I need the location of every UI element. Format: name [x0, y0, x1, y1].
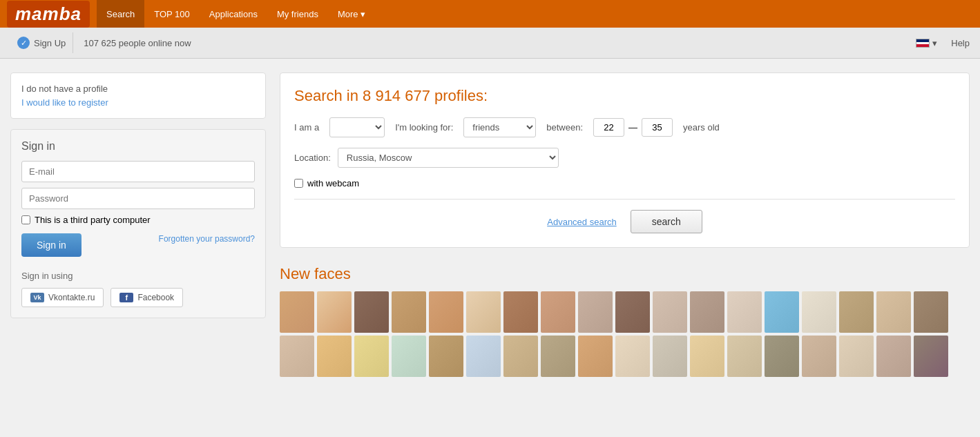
age-from-input[interactable] [593, 118, 624, 137]
face-thumb[interactable] [429, 291, 463, 333]
password-field[interactable] [21, 188, 255, 209]
nav-search[interactable]: Search [97, 0, 144, 28]
face-thumb[interactable] [876, 336, 911, 377]
webcam-checkbox[interactable] [294, 179, 303, 188]
flag-icon [916, 39, 930, 48]
face-thumb[interactable] [541, 291, 575, 333]
checkmark-icon: ✓ [17, 37, 30, 49]
sign-in-button[interactable]: Sign in [21, 233, 81, 257]
register-link[interactable]: I would like to register [21, 97, 108, 108]
sign-in-using-label: Sign in using [21, 271, 255, 281]
face-thumb[interactable] [392, 291, 426, 333]
no-profile-text: I do not have a profile [21, 84, 255, 94]
face-thumb[interactable] [727, 291, 762, 333]
face-thumb[interactable] [354, 336, 389, 377]
search-form-row1: I am a man woman I'm looking for: friend… [294, 117, 955, 137]
face-thumb[interactable] [280, 291, 314, 333]
sign-up-label: Sign Up [34, 38, 66, 48]
logo-area[interactable]: mamba [7, 1, 90, 28]
face-thumb[interactable] [802, 291, 836, 333]
dropdown-arrow-icon: ▾ [932, 38, 937, 48]
top-navigation: mamba Search TOP 100 Applications My fri… [0, 0, 980, 28]
face-thumb[interactable] [765, 336, 799, 377]
age-inputs: — [593, 118, 673, 137]
sign-in-title: Sign in [21, 140, 255, 153]
third-party-row: This is a third party computer [21, 215, 255, 225]
face-thumb[interactable] [578, 336, 613, 377]
sidebar: I do not have a profile I would like to … [10, 72, 266, 377]
face-thumb[interactable] [317, 291, 352, 333]
main-content: I do not have a profile I would like to … [0, 59, 980, 391]
nav-applications[interactable]: Applications [200, 0, 267, 28]
main-area: Search in 8 914 677 profiles: I am a man… [280, 72, 970, 377]
face-thumb[interactable] [765, 291, 799, 333]
face-thumb[interactable] [876, 291, 911, 333]
search-actions: Advanced search search [294, 210, 955, 233]
face-thumb[interactable] [317, 336, 352, 377]
location-label: Location: [294, 153, 331, 163]
sign-in-actions: Sign in Forgotten your password? [21, 233, 255, 257]
face-thumb[interactable] [615, 291, 650, 333]
faces-row-2 [280, 336, 970, 377]
help-link[interactable]: Help [951, 38, 970, 48]
social-buttons: Vk Vkontakte.ru f Facebook [21, 288, 255, 307]
face-thumb[interactable] [914, 336, 948, 377]
i-am-a-label: I am a [294, 122, 319, 133]
face-thumb[interactable] [727, 336, 762, 377]
vkontakte-button[interactable]: Vk Vkontakte.ru [21, 288, 104, 307]
face-thumb[interactable] [578, 291, 613, 333]
search-button[interactable]: search [631, 210, 702, 233]
search-divider [294, 199, 955, 200]
third-party-checkbox[interactable] [21, 215, 30, 224]
language-selector[interactable]: ▾ [916, 38, 937, 48]
face-thumb[interactable] [802, 336, 836, 377]
vkontakte-icon: Vk [30, 293, 44, 302]
age-separator: — [628, 122, 637, 133]
age-to-input[interactable] [642, 118, 673, 137]
years-old-label: years old [683, 122, 720, 133]
face-thumb[interactable] [466, 336, 501, 377]
faces-grid [280, 291, 970, 377]
looking-for-label: I'm looking for: [395, 122, 453, 133]
email-field[interactable] [21, 161, 255, 182]
face-thumb[interactable] [392, 336, 426, 377]
face-thumb[interactable] [503, 291, 538, 333]
face-thumb[interactable] [429, 336, 463, 377]
sub-bar: ✓ Sign Up 107 625 people online now ▾ He… [0, 28, 980, 59]
webcam-row: with webcam [294, 178, 955, 188]
sign-in-box: Sign in This is a third party computer S… [10, 129, 266, 318]
search-form-row2: Location: Russia, Moscow Russia, Saint P… [294, 148, 955, 168]
face-thumb[interactable] [466, 291, 501, 333]
face-thumb[interactable] [541, 336, 575, 377]
search-heading: Search in 8 914 677 profiles: [294, 87, 955, 105]
face-thumb[interactable] [615, 336, 650, 377]
face-thumb[interactable] [280, 336, 314, 377]
looking-for-select[interactable]: friends relationship chat [463, 117, 536, 137]
location-select[interactable]: Russia, Moscow Russia, Saint Petersburg [338, 148, 559, 168]
nav-top100[interactable]: TOP 100 [144, 0, 200, 28]
i-am-a-select[interactable]: man woman [329, 117, 385, 137]
face-thumb[interactable] [690, 291, 724, 333]
online-count: 107 625 people online now [84, 38, 916, 48]
no-profile-box: I do not have a profile I would like to … [10, 72, 266, 119]
forgotten-password-link[interactable]: Forgotten your password? [159, 233, 255, 245]
face-thumb[interactable] [839, 291, 874, 333]
face-thumb[interactable] [354, 291, 389, 333]
sign-up-button[interactable]: ✓ Sign Up [10, 32, 73, 53]
faces-row-1 [280, 291, 970, 333]
face-thumb[interactable] [690, 336, 724, 377]
nav-my-friends[interactable]: My friends [267, 0, 328, 28]
search-section: Search in 8 914 677 profiles: I am a man… [280, 72, 970, 248]
face-thumb[interactable] [653, 336, 687, 377]
face-thumb[interactable] [839, 336, 874, 377]
facebook-button[interactable]: f Facebook [111, 288, 183, 307]
advanced-search-link[interactable]: Advanced search [547, 217, 616, 227]
facebook-icon: f [119, 293, 133, 302]
nav-more[interactable]: More ▾ [328, 0, 375, 28]
face-thumb[interactable] [503, 336, 538, 377]
face-thumb[interactable] [653, 291, 687, 333]
third-party-label: This is a third party computer [35, 215, 151, 225]
face-thumb[interactable] [914, 291, 948, 333]
between-label: between: [546, 122, 583, 133]
logo-text: mamba [15, 3, 81, 24]
